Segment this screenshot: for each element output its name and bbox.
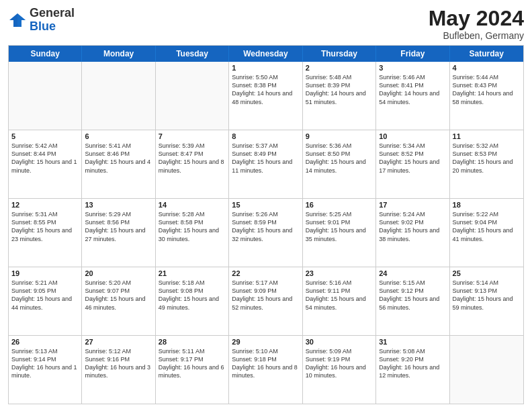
day-number: 11 — [453, 132, 521, 140]
day-number: 30 — [306, 338, 373, 346]
day-number: 23 — [306, 269, 373, 277]
day-number: 25 — [453, 269, 521, 277]
cell-info: Sunrise: 5:14 AM Sunset: 9:13 PM Dayligh… — [453, 279, 521, 312]
cell-info: Sunrise: 5:32 AM Sunset: 8:53 PM Dayligh… — [453, 142, 521, 175]
day-number: 6 — [85, 132, 152, 140]
title-location: Bufleben, Germany — [429, 30, 524, 41]
header-day-saturday: Saturday — [450, 46, 523, 62]
svg-marker-1 — [17, 13, 26, 27]
calendar-cell-28: 28Sunrise: 5:11 AM Sunset: 9:17 PM Dayli… — [156, 336, 229, 404]
day-number: 29 — [232, 338, 299, 346]
calendar-cell-empty-0-0 — [9, 62, 82, 130]
calendar-row-2: 12Sunrise: 5:31 AM Sunset: 8:55 PM Dayli… — [9, 198, 523, 267]
calendar-cell-14: 14Sunrise: 5:28 AM Sunset: 8:58 PM Dayli… — [156, 199, 229, 267]
day-number: 10 — [379, 132, 446, 140]
cell-info: Sunrise: 5:11 AM Sunset: 9:17 PM Dayligh… — [159, 347, 226, 380]
day-number: 5 — [11, 132, 79, 140]
cell-info: Sunrise: 5:26 AM Sunset: 8:59 PM Dayligh… — [232, 210, 299, 243]
calendar-cell-empty-0-1 — [82, 62, 155, 130]
cell-info: Sunrise: 5:08 AM Sunset: 9:20 PM Dayligh… — [379, 347, 446, 380]
day-number: 14 — [159, 201, 226, 209]
cell-info: Sunrise: 5:50 AM Sunset: 8:38 PM Dayligh… — [232, 73, 299, 106]
cell-info: Sunrise: 5:24 AM Sunset: 9:02 PM Dayligh… — [379, 210, 446, 243]
cell-info: Sunrise: 5:21 AM Sunset: 9:05 PM Dayligh… — [11, 279, 79, 312]
cell-info: Sunrise: 5:34 AM Sunset: 8:52 PM Dayligh… — [379, 142, 446, 175]
calendar-cell-empty-0-2 — [156, 62, 229, 130]
day-number: 19 — [11, 269, 79, 277]
logo-blue-text: Blue — [30, 19, 56, 33]
logo: General Blue — [8, 7, 75, 34]
day-number: 18 — [453, 201, 521, 209]
day-number: 24 — [379, 269, 446, 277]
day-number: 17 — [379, 201, 446, 209]
cell-info: Sunrise: 5:22 AM Sunset: 9:04 PM Dayligh… — [453, 210, 521, 243]
day-number: 16 — [306, 201, 373, 209]
calendar-cell-9: 9Sunrise: 5:36 AM Sunset: 8:50 PM Daylig… — [303, 130, 376, 198]
title-month: May 2024 — [429, 7, 524, 30]
calendar-row-0: 1Sunrise: 5:50 AM Sunset: 8:38 PM Daylig… — [9, 62, 523, 130]
day-number: 3 — [379, 64, 446, 72]
header-day-wednesday: Wednesday — [229, 46, 302, 62]
day-number: 7 — [159, 132, 226, 140]
cell-info: Sunrise: 5:37 AM Sunset: 8:49 PM Dayligh… — [232, 142, 299, 175]
calendar-cell-3: 3Sunrise: 5:46 AM Sunset: 8:41 PM Daylig… — [376, 62, 449, 130]
calendar-cell-27: 27Sunrise: 5:12 AM Sunset: 9:16 PM Dayli… — [82, 336, 155, 404]
calendar-cell-5: 5Sunrise: 5:42 AM Sunset: 8:44 PM Daylig… — [9, 130, 82, 198]
calendar-cell-21: 21Sunrise: 5:18 AM Sunset: 9:08 PM Dayli… — [156, 267, 229, 335]
day-number: 20 — [85, 269, 152, 277]
calendar-cell-25: 25Sunrise: 5:14 AM Sunset: 9:13 PM Dayli… — [450, 267, 523, 335]
header-day-monday: Monday — [82, 46, 155, 62]
calendar-cell-30: 30Sunrise: 5:09 AM Sunset: 9:19 PM Dayli… — [303, 336, 376, 404]
day-number: 2 — [306, 64, 373, 72]
calendar: SundayMondayTuesdayWednesdayThursdayFrid… — [8, 45, 524, 404]
calendar-body: 1Sunrise: 5:50 AM Sunset: 8:38 PM Daylig… — [9, 62, 523, 404]
cell-info: Sunrise: 5:31 AM Sunset: 8:55 PM Dayligh… — [11, 210, 79, 243]
cell-info: Sunrise: 5:44 AM Sunset: 8:43 PM Dayligh… — [453, 73, 521, 106]
cell-info: Sunrise: 5:15 AM Sunset: 9:12 PM Dayligh… — [379, 279, 446, 312]
calendar-cell-2: 2Sunrise: 5:48 AM Sunset: 8:39 PM Daylig… — [303, 62, 376, 130]
header-day-friday: Friday — [376, 46, 449, 62]
day-number: 1 — [232, 64, 299, 72]
cell-info: Sunrise: 5:29 AM Sunset: 8:56 PM Dayligh… — [85, 210, 152, 243]
calendar-cell-19: 19Sunrise: 5:21 AM Sunset: 9:05 PM Dayli… — [9, 267, 82, 335]
calendar-cell-empty-4-6 — [450, 336, 523, 404]
cell-info: Sunrise: 5:09 AM Sunset: 9:19 PM Dayligh… — [306, 347, 373, 380]
calendar-cell-31: 31Sunrise: 5:08 AM Sunset: 9:20 PM Dayli… — [376, 336, 449, 404]
calendar-cell-17: 17Sunrise: 5:24 AM Sunset: 9:02 PM Dayli… — [376, 199, 449, 267]
cell-info: Sunrise: 5:28 AM Sunset: 8:58 PM Dayligh… — [159, 210, 226, 243]
calendar-row-1: 5Sunrise: 5:42 AM Sunset: 8:44 PM Daylig… — [9, 130, 523, 198]
day-number: 9 — [306, 132, 373, 140]
cell-info: Sunrise: 5:39 AM Sunset: 8:47 PM Dayligh… — [159, 142, 226, 175]
calendar-cell-7: 7Sunrise: 5:39 AM Sunset: 8:47 PM Daylig… — [156, 130, 229, 198]
header-day-thursday: Thursday — [303, 46, 376, 62]
calendar-cell-22: 22Sunrise: 5:17 AM Sunset: 9:09 PM Dayli… — [229, 267, 302, 335]
header-day-sunday: Sunday — [9, 46, 82, 62]
day-number: 26 — [11, 338, 79, 346]
calendar-cell-20: 20Sunrise: 5:20 AM Sunset: 9:07 PM Dayli… — [82, 267, 155, 335]
calendar-cell-26: 26Sunrise: 5:13 AM Sunset: 9:14 PM Dayli… — [9, 336, 82, 404]
calendar-cell-15: 15Sunrise: 5:26 AM Sunset: 8:59 PM Dayli… — [229, 199, 302, 267]
cell-info: Sunrise: 5:41 AM Sunset: 8:46 PM Dayligh… — [85, 142, 152, 175]
cell-info: Sunrise: 5:13 AM Sunset: 9:14 PM Dayligh… — [11, 347, 79, 380]
header-day-tuesday: Tuesday — [156, 46, 229, 62]
calendar-header-row: SundayMondayTuesdayWednesdayThursdayFrid… — [9, 46, 523, 62]
cell-info: Sunrise: 5:48 AM Sunset: 8:39 PM Dayligh… — [306, 73, 373, 106]
cell-info: Sunrise: 5:17 AM Sunset: 9:09 PM Dayligh… — [232, 279, 299, 312]
calendar-cell-6: 6Sunrise: 5:41 AM Sunset: 8:46 PM Daylig… — [82, 130, 155, 198]
cell-info: Sunrise: 5:42 AM Sunset: 8:44 PM Dayligh… — [11, 142, 79, 175]
logo-general-text: General — [30, 6, 75, 19]
day-number: 21 — [159, 269, 226, 277]
header: General Blue May 2024 Bufleben, Germany — [8, 7, 524, 41]
day-number: 28 — [159, 338, 226, 346]
calendar-cell-1: 1Sunrise: 5:50 AM Sunset: 8:38 PM Daylig… — [229, 62, 302, 130]
calendar-row-3: 19Sunrise: 5:21 AM Sunset: 9:05 PM Dayli… — [9, 267, 523, 335]
cell-info: Sunrise: 5:10 AM Sunset: 9:18 PM Dayligh… — [232, 347, 299, 380]
day-number: 15 — [232, 201, 299, 209]
logo-icon — [8, 11, 27, 30]
cell-info: Sunrise: 5:20 AM Sunset: 9:07 PM Dayligh… — [85, 279, 152, 312]
page: General Blue May 2024 Bufleben, Germany … — [0, 0, 532, 411]
day-number: 22 — [232, 269, 299, 277]
day-number: 31 — [379, 338, 446, 346]
calendar-cell-18: 18Sunrise: 5:22 AM Sunset: 9:04 PM Dayli… — [450, 199, 523, 267]
calendar-cell-23: 23Sunrise: 5:16 AM Sunset: 9:11 PM Dayli… — [303, 267, 376, 335]
